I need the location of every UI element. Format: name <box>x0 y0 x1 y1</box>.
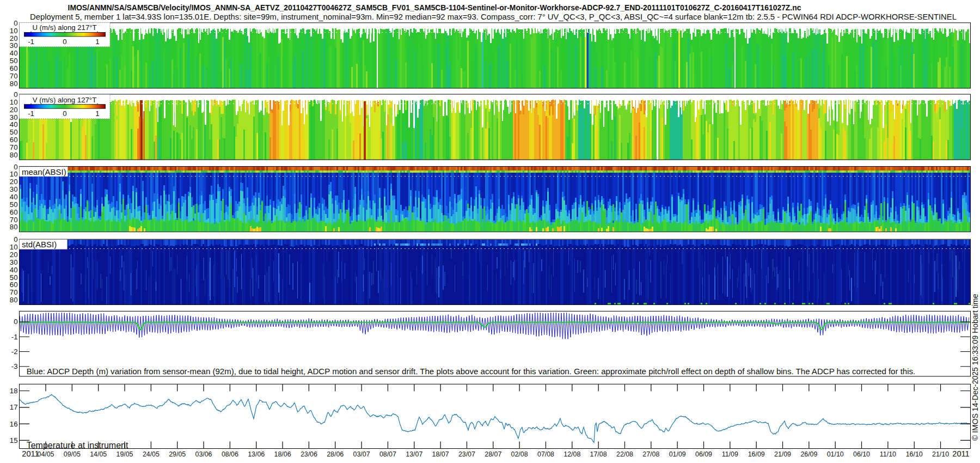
svg-text:40: 40 <box>10 120 18 129</box>
svg-text:30: 30 <box>10 113 18 121</box>
svg-text:40: 40 <box>10 49 18 57</box>
svg-text:16/10: 16/10 <box>906 450 923 458</box>
svg-text:06/10: 06/10 <box>853 450 870 458</box>
svg-text:18: 18 <box>10 387 18 395</box>
svg-text:20: 20 <box>10 251 18 259</box>
svg-text:-1: -1 <box>28 109 34 118</box>
svg-text:23/06: 23/06 <box>301 450 317 458</box>
svg-text:40: 40 <box>10 193 18 201</box>
svg-text:50: 50 <box>10 200 18 209</box>
svg-text:50: 50 <box>10 273 18 282</box>
svg-text:-2: -2 <box>11 348 18 356</box>
svg-text:60: 60 <box>10 136 18 144</box>
svg-text:24/05: 24/05 <box>143 450 160 458</box>
svg-text:10: 10 <box>10 27 18 35</box>
svg-text:20: 20 <box>10 34 18 42</box>
svg-text:15: 15 <box>10 436 18 444</box>
svg-text:10: 10 <box>10 243 18 251</box>
svg-text:16/09: 16/09 <box>748 450 765 458</box>
svg-text:11/09: 11/09 <box>722 450 738 458</box>
svg-text:21/09: 21/09 <box>774 450 791 458</box>
svg-text:04/05: 04/05 <box>37 450 54 458</box>
svg-text:80: 80 <box>10 296 18 304</box>
svg-text:14/05: 14/05 <box>90 450 107 458</box>
svg-text:0: 0 <box>63 38 66 46</box>
svg-text:13/06: 13/06 <box>248 450 265 458</box>
svg-text:10: 10 <box>10 98 18 106</box>
svg-text:11/10: 11/10 <box>880 450 896 458</box>
svg-text:70: 70 <box>10 288 18 296</box>
svg-text:80: 80 <box>10 223 18 231</box>
svg-text:29/05: 29/05 <box>169 450 186 458</box>
svg-text:40: 40 <box>10 266 18 274</box>
svg-text:30: 30 <box>10 258 18 266</box>
svg-text:19/05: 19/05 <box>116 450 133 458</box>
svg-text:16: 16 <box>10 420 18 428</box>
svg-text:0: 0 <box>14 318 17 326</box>
svg-text:02/08: 02/08 <box>511 450 528 458</box>
svg-text:10: 10 <box>10 170 18 178</box>
svg-text:70: 70 <box>10 72 18 80</box>
svg-text:20: 20 <box>10 178 18 186</box>
svg-text:30: 30 <box>10 185 18 193</box>
svg-text:70: 70 <box>10 143 18 151</box>
svg-text:20: 20 <box>10 106 18 114</box>
svg-text:Deployment 5, member 1 lat=34.: Deployment 5, member 1 lat=34.93S lon=13… <box>30 13 957 21</box>
svg-text:28/06: 28/06 <box>327 450 344 458</box>
svg-text:IMOS/ANMN/SA/SAM5CB/Velocity/I: IMOS/ANMN/SA/SAM5CB/Velocity/IMOS_ANMN-S… <box>68 3 801 12</box>
svg-text:03/06: 03/06 <box>195 450 212 458</box>
svg-text:22/08: 22/08 <box>616 450 633 458</box>
svg-text:mean(ABSI): mean(ABSI) <box>22 167 66 176</box>
svg-text:0: 0 <box>63 109 66 118</box>
svg-text:13/07: 13/07 <box>406 450 422 458</box>
svg-text:2011: 2011 <box>22 449 39 458</box>
svg-text:23/07: 23/07 <box>458 450 475 458</box>
svg-text:-3: -3 <box>11 362 18 370</box>
svg-text:03/07: 03/07 <box>353 450 370 458</box>
svg-text:0: 0 <box>14 235 17 243</box>
svg-text:0: 0 <box>14 19 17 27</box>
svg-text:12/08: 12/08 <box>564 450 580 458</box>
svg-text:26/09: 26/09 <box>800 450 817 458</box>
svg-text:18/07: 18/07 <box>432 450 449 458</box>
svg-text:07/08: 07/08 <box>537 450 554 458</box>
svg-text:09/05: 09/05 <box>64 450 81 458</box>
svg-text:Blue: ADCP Depth (m) variation: Blue: ADCP Depth (m) variation from sens… <box>27 367 916 376</box>
svg-text:18/06: 18/06 <box>274 450 291 458</box>
svg-text:60: 60 <box>10 64 18 72</box>
svg-text:-1: -1 <box>11 333 18 341</box>
svg-text:© IMOS 14-Dec-2025 16:33:09 Ho: © IMOS 14-Dec-2025 16:33:09 Hobart time <box>971 294 979 441</box>
svg-text:08/06: 08/06 <box>222 450 238 458</box>
svg-text:08/07: 08/07 <box>379 450 396 458</box>
svg-text:80: 80 <box>10 151 18 159</box>
svg-text:27/08: 27/08 <box>642 450 659 458</box>
svg-text:U (m/s) along 217°T: U (m/s) along 217°T <box>32 23 96 32</box>
svg-text:60: 60 <box>10 281 18 289</box>
svg-text:50: 50 <box>10 128 18 136</box>
svg-text:1: 1 <box>95 38 99 46</box>
svg-text:50: 50 <box>10 57 18 65</box>
svg-text:0: 0 <box>14 90 17 99</box>
svg-text:17: 17 <box>10 403 18 411</box>
svg-text:2011: 2011 <box>952 449 969 458</box>
svg-text:01/09: 01/09 <box>669 450 686 458</box>
svg-text:21/10: 21/10 <box>932 450 949 458</box>
svg-text:0: 0 <box>14 163 17 171</box>
svg-text:01/10: 01/10 <box>827 450 844 458</box>
svg-text:28/07: 28/07 <box>485 450 501 458</box>
svg-text:Temperature at instrument: Temperature at instrument <box>27 441 128 450</box>
svg-text:30: 30 <box>10 41 18 50</box>
svg-text:V (m/s) along 127°T: V (m/s) along 127°T <box>33 96 96 104</box>
svg-text:std(ABSI): std(ABSI) <box>22 240 57 249</box>
svg-text:-1: -1 <box>28 38 34 46</box>
svg-text:80: 80 <box>10 80 18 88</box>
svg-text:60: 60 <box>10 208 18 216</box>
svg-text:1: 1 <box>95 109 99 118</box>
svg-text:06/09: 06/09 <box>695 450 712 458</box>
svg-text:17/08: 17/08 <box>590 450 607 458</box>
svg-text:70: 70 <box>10 216 18 224</box>
